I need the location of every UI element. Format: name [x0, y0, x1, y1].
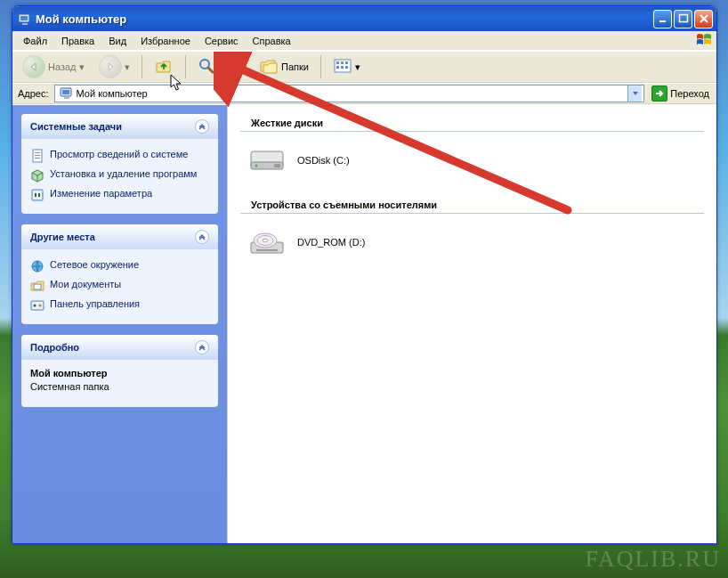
windows-logo-icon [695, 33, 713, 47]
up-button[interactable] [150, 53, 178, 80]
menubar: Файл Правка Вид Избранное Сервис Справка [12, 31, 716, 51]
window-controls [653, 10, 713, 28]
dropdown-icon: ▾ [355, 61, 360, 73]
maximize-button[interactable] [674, 10, 692, 28]
back-button[interactable]: Назад ▾ [18, 53, 89, 81]
task-system-info[interactable]: Просмотр сведений о системе [30, 146, 209, 166]
task-add-remove[interactable]: Установка и удаление программ [30, 166, 209, 185]
menu-file[interactable]: Файл [16, 34, 54, 48]
svg-rect-29 [274, 164, 280, 167]
svg-rect-10 [336, 66, 339, 69]
svg-point-34 [263, 239, 268, 242]
document-icon [30, 149, 44, 163]
titlebar[interactable]: Мой компьютер [12, 6, 716, 31]
content-pane[interactable]: Жесткие диски OSDisk (C:) Устройства со … [227, 105, 716, 543]
folders-label: Папки [281, 61, 309, 72]
place-control-panel[interactable]: Панель управления [30, 296, 209, 315]
panel-title: Подробно [30, 342, 79, 353]
panel-title: Другие места [30, 232, 95, 242]
menu-tools[interactable]: Сервис [198, 34, 246, 48]
menu-favorites[interactable]: Избранное [133, 34, 198, 48]
place-network[interactable]: Сетевое окружение [30, 256, 209, 276]
back-icon [22, 55, 45, 78]
svg-rect-15 [64, 97, 69, 99]
search-button[interactable]: Поиск [193, 54, 249, 79]
my-computer-icon [18, 12, 32, 26]
details-panel: Подробно Мой компьютер Системная папка [21, 335, 218, 407]
folders-button[interactable]: Папки [255, 54, 313, 79]
panel-header[interactable]: Другие места [21, 224, 218, 249]
panel-title: Системные задачи [30, 121, 122, 132]
svg-rect-7 [336, 61, 339, 64]
drive-item-dvd[interactable]: DVD_ROM (D:) [228, 223, 716, 273]
menu-edit[interactable]: Правка [54, 34, 101, 48]
place-documents[interactable]: Мои документы [30, 276, 209, 296]
svg-rect-20 [32, 190, 43, 200]
drive-label: OSDisk (C:) [297, 155, 350, 166]
views-icon [333, 58, 352, 76]
panel-header[interactable]: Подробно [21, 335, 218, 360]
window-title: Мой компьютер [36, 12, 653, 26]
settings-icon [30, 188, 44, 202]
address-value: Мой компьютер [77, 88, 628, 99]
explorer-window: Мой компьютер Файл Правка Вид Избранное … [12, 5, 717, 544]
control-panel-icon [30, 298, 44, 313]
svg-rect-14 [62, 90, 69, 94]
folder-icon [30, 279, 44, 293]
address-input[interactable]: Мой компьютер [54, 85, 645, 102]
svg-rect-9 [345, 61, 348, 64]
tasks-pane: Системные задачи Просмотр сведений о сис… [12, 105, 227, 543]
go-label: Переход [670, 88, 709, 99]
my-computer-icon [60, 85, 74, 102]
back-label: Назад [48, 61, 77, 72]
hard-disk-icon [247, 142, 287, 178]
dvd-drive-icon [247, 224, 287, 260]
address-dropdown[interactable] [627, 85, 642, 102]
separator [142, 55, 142, 78]
folders-icon [259, 57, 279, 77]
go-arrow-icon [651, 85, 667, 102]
svg-rect-8 [341, 61, 344, 64]
address-label: Адрес: [16, 88, 51, 99]
minimize-button[interactable] [653, 10, 672, 28]
system-tasks-panel: Системные задачи Просмотр сведений о сис… [21, 114, 218, 214]
svg-rect-31 [256, 249, 278, 251]
watermark: FAQLIB.RU [585, 546, 721, 573]
chevron-up-icon [195, 340, 209, 354]
dropdown-icon: ▾ [79, 61, 85, 73]
menu-help[interactable]: Справка [246, 34, 298, 48]
other-places-panel: Другие места Сетевое окружение Мои докум… [21, 224, 218, 324]
separator [185, 55, 186, 78]
svg-point-25 [39, 305, 42, 307]
panel-header[interactable]: Системные задачи [21, 114, 218, 139]
svg-rect-23 [31, 301, 44, 310]
svg-rect-11 [341, 66, 344, 69]
svg-rect-19 [35, 158, 40, 159]
svg-rect-12 [345, 66, 348, 69]
menu-view[interactable]: Вид [101, 34, 133, 48]
close-button[interactable] [694, 10, 713, 28]
folder-up-icon [154, 56, 174, 77]
svg-rect-3 [659, 20, 666, 22]
svg-rect-4 [679, 15, 687, 22]
toolbar: Назад ▾ ▾ Поиск Папки ▾ [12, 51, 716, 83]
box-icon [30, 168, 44, 183]
svg-rect-2 [22, 23, 28, 25]
network-icon [30, 259, 44, 273]
forward-button[interactable]: ▾ [94, 53, 134, 81]
details-type: Системная папка [30, 380, 209, 394]
separator [320, 55, 321, 78]
forward-icon [99, 55, 122, 78]
svg-rect-18 [35, 155, 40, 156]
go-button[interactable]: Переход [648, 85, 713, 102]
details-name: Мой компьютер [30, 367, 209, 380]
task-change-setting[interactable]: Изменение параметра [30, 185, 209, 205]
address-bar: Адрес: Мой компьютер Переход [12, 83, 716, 104]
drive-item-c[interactable]: OSDisk (C:) [228, 141, 716, 191]
drive-label: DVD_ROM (D:) [297, 237, 365, 248]
views-button[interactable]: ▾ [328, 55, 365, 78]
svg-rect-22 [34, 284, 41, 289]
svg-point-28 [255, 165, 258, 167]
svg-rect-1 [20, 16, 28, 20]
svg-rect-17 [35, 152, 40, 153]
